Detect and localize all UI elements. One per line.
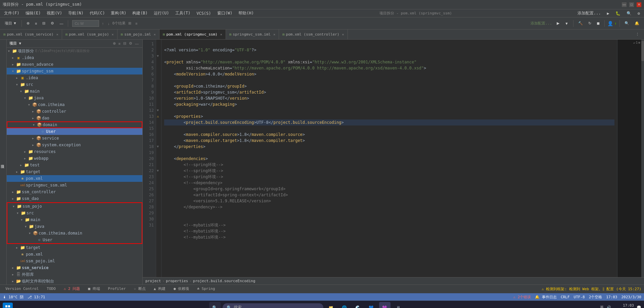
tab-close-springmvc-iml[interactable]: ✕ [273,33,275,36]
taskbar-vscode[interactable]: 💙 [366,302,377,308]
window-controls[interactable]: — □ ✕ [622,2,641,7]
search-settings-btn[interactable]: ≡ [134,21,139,26]
git-icon[interactable]: ↑ [614,21,617,26]
taskbar-search[interactable]: 🔍 搜索 [223,303,323,308]
tree-resources[interactable]: ▶ 📁 resources [7,148,142,155]
expand-icon[interactable]: ⊞ [638,41,640,44]
tree-ssm-dao[interactable]: ▶ 📁 ssm_dao [7,195,142,202]
search-taskbar-btn[interactable]: 🔍 [209,302,221,308]
tree-dao[interactable]: ▶ 📦 dao [7,115,142,121]
sidebar-close-btn[interactable]: — [134,41,140,46]
breadcrumb-properties[interactable]: properties [166,279,188,283]
tree-ssm-pojo-target[interactable]: ▶ 📁 target [7,244,142,251]
vtab-project[interactable]: 项目 [0,161,5,163]
tab-ssm-pojo-iml[interactable]: m ssm_pojo.iml ✕ [118,30,159,39]
status-git-branch[interactable]: ⎇ 13:71 [28,295,45,299]
breadcrumb-project[interactable]: project [145,279,161,283]
tree-springmvc-xml[interactable]: xml springmvc_ssm.xml [7,182,142,189]
tree-main[interactable]: ▼ 📁 main [7,88,142,95]
bottom-tab-terminal[interactable]: ■ 终端 [85,286,102,293]
bottom-tab-problems[interactable]: ⚠ 2 问题 [61,286,83,293]
search-filter-btn[interactable]: ⊞ [127,21,133,26]
tree-java[interactable]: ▼ 📁 java [7,95,142,101]
menu-help[interactable]: 帮助(H) [236,10,257,17]
menu-vcs[interactable]: VCS(S) [194,10,214,16]
scrollbar-track[interactable] [641,40,644,277]
line-wrap-icon[interactable]: ↵ [633,41,635,44]
bottom-tab-spring[interactable]: ☘ Spring [194,286,218,292]
tree-ssm-pojo-main[interactable]: ▼ 📁 main [7,216,142,223]
tree-ssm-pojo-iml[interactable]: iml ssm_pojo.iml [7,258,142,264]
tree-ssm-service[interactable]: ▶ 📁 ssm_service [7,264,142,271]
bottom-tab-dependencies[interactable]: ● 依赖项 [171,286,192,293]
search-next-btn[interactable]: ↓ [106,21,111,26]
sidebar-collapse-btn[interactable]: ⊟ [122,41,127,46]
close-button[interactable]: ✕ [637,2,641,7]
search-btn-toolbar[interactable]: 🔍 [624,10,634,16]
collapse-btn[interactable]: ≡ [33,20,39,27]
search-prev-btn[interactable]: ↑ [100,21,105,26]
add-config-btn[interactable]: 添加配置... [575,10,604,17]
tree-controller[interactable]: ▶ 📦 controller [7,108,142,115]
sidebar-sync-btn[interactable]: ⊕ [112,41,117,46]
tree-target[interactable]: ▶ 📁 target [7,168,142,175]
menu-edit[interactable]: 编辑(E) [23,10,44,17]
menu-window[interactable]: 窗口(W) [215,10,235,17]
sidebar-settings-btn[interactable]: ⚙ [128,41,133,46]
scroll-up-btn[interactable]: 1 [636,41,638,44]
code-content[interactable]: <?xml version="1.0" encoding="UTF-8"?> <… [162,40,617,277]
tab-springmvc-ssm[interactable]: m pom.xml (springmvc_ssm) ✕ [159,30,226,39]
menu-tools[interactable]: 工具(T) [173,10,193,17]
menu-navigate[interactable]: 导航(N) [65,10,86,17]
tree-maven-advance[interactable]: ▶ 📁 maven_advance [7,61,142,68]
bottom-tab-breakpoints[interactable]: ☆ 断点 [131,286,148,293]
global-search-btn[interactable]: 🔍 [623,20,631,27]
taskbar-edge[interactable]: 🌊 [352,302,364,308]
tree-user-class[interactable]: ☺ User [7,128,142,135]
search-input[interactable] [72,20,99,27]
status-encoding[interactable]: CRLF [561,295,570,299]
tree-springmvc-idea[interactable]: ▶ ▣ .idea [7,74,142,81]
tab-close-ssm-pojo-iml[interactable]: ✕ [154,33,156,36]
breadcrumb-encoding[interactable]: project.build.sourceEncoding [193,279,255,283]
settings-btn[interactable]: ⚙ [635,10,643,16]
tab-close-ssm-service[interactable]: ✕ [56,33,58,36]
user-icon[interactable]: 👤 [607,21,613,26]
menu-build[interactable]: 构建(B) [130,10,150,17]
tree-test[interactable]: ▶ 📁 test [7,162,142,168]
scrollbar-thumb[interactable] [641,41,644,61]
tab-ssm-service[interactable]: m pom.xml (ssm_service) ✕ [0,30,62,39]
project-dropdown[interactable]: 项目 ▼ [3,20,19,27]
tree-src[interactable]: ▼ 📁 src [7,81,142,88]
tree-domain[interactable]: ▼ 📦 domain [7,121,142,128]
bottom-tab-vcs[interactable]: Version Control [3,286,41,292]
rebuild-btn[interactable]: ↻ [586,20,593,27]
more-run-btn[interactable]: ▼ [563,20,570,27]
taskbar-idea[interactable]: 💜 [379,302,390,308]
tree-springmvc-ssm[interactable]: ▼ 📁 springmvc_ssm [7,68,142,74]
menu-run[interactable]: 运行(U) [151,10,172,17]
expand-btn[interactable]: ⊟ [40,20,47,27]
sidebar-expand-btn[interactable]: ≡ [118,41,122,46]
taskbar-explorer[interactable]: 📁 [325,302,337,308]
tree-pom-xml[interactable]: m pom.xml [7,175,142,182]
taskbar-chrome[interactable]: 🌐 [339,302,350,308]
tab-close-springmvc-ssm[interactable]: ✕ [220,33,222,36]
build-btn[interactable]: 🔨 [576,20,585,27]
bottom-tab-profiler[interactable]: Profiler [105,286,129,292]
sync-btn[interactable]: ⊕ [25,20,32,27]
minimize-button[interactable]: — [622,2,627,7]
tree-root[interactable]: ▼ 📁 项目拆分 E:\IdeaProjects\代码\项目拆分 [7,48,142,54]
run-btn[interactable]: ▶ [604,10,612,16]
tree-ssm-pojo-user[interactable]: ☺ User [7,237,142,243]
tree-ssm-pojo[interactable]: ▼ 📁 ssm_pojo [7,203,142,210]
maximize-button[interactable]: □ [629,2,634,7]
close-sidebar-btn[interactable]: — [57,20,65,27]
settings-btn2[interactable]: ⚙ [49,20,56,27]
tree-ssm-pojo-src[interactable]: ▼ 📁 src [7,210,142,216]
code-editor[interactable]: 1 2 3 4 5 6 7 8 9 10 11 12 13 14 15 16 1… [143,40,644,277]
tab-close-ssm-pojo[interactable]: ✕ [112,33,114,36]
taskbar-lang[interactable]: 英 [600,305,604,308]
bottom-tab-build[interactable]: ▲ 构建 [151,286,168,293]
taskbar-terminal[interactable]: 🖥 [393,302,404,308]
